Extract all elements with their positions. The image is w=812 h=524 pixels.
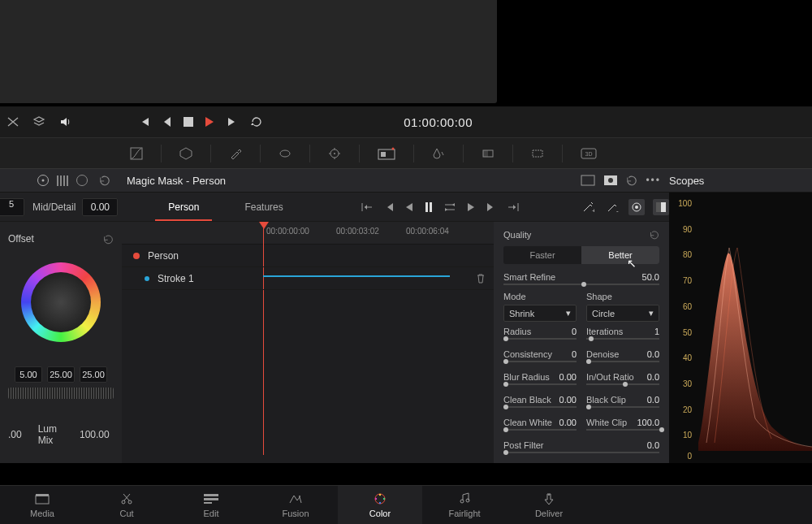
edit-icon	[204, 492, 218, 505]
white-clip-value[interactable]: 100.0	[637, 418, 659, 427]
stack-icon[interactable]	[31, 114, 47, 130]
clean-white-slider[interactable]	[503, 429, 577, 431]
tab-features[interactable]: Features	[222, 193, 305, 221]
tab-person[interactable]: Person	[145, 193, 222, 221]
timecode-display[interactable]: 01:00:00:00	[404, 115, 473, 129]
track-next-icon[interactable]	[486, 202, 496, 212]
speaker-icon[interactable]	[57, 114, 73, 130]
blur-radius-slider[interactable]	[503, 383, 577, 385]
inout-value[interactable]: 0.0	[647, 372, 659, 382]
bypass-icon[interactable]	[5, 114, 21, 130]
blur-tool-icon[interactable]	[432, 147, 445, 160]
sizing-tool-icon[interactable]	[531, 147, 544, 160]
loop-icon[interactable]	[250, 115, 263, 128]
quality-faster[interactable]: Faster	[503, 246, 581, 264]
quality-reset-icon[interactable]	[650, 230, 659, 240]
magic-mask-tool-icon[interactable]	[378, 147, 395, 160]
page-deliver[interactable]: Deliver	[507, 486, 591, 524]
white-clip-slider[interactable]	[586, 429, 659, 431]
clean-black-slider[interactable]	[503, 406, 577, 408]
mode-select[interactable]: Shrink▾	[503, 305, 577, 322]
iterations-value[interactable]: 1	[654, 327, 659, 336]
blur-radius-value[interactable]: 0.00	[559, 372, 577, 382]
wheels-mode-icon[interactable]	[37, 175, 49, 186]
offset-color-wheel[interactable]	[21, 262, 101, 342]
mask-invert-toggle[interactable]	[653, 199, 669, 215]
mid-detail-value[interactable]: 0.00	[82, 198, 118, 216]
mask-overlay-toggle[interactable]	[628, 199, 645, 215]
quality-segment[interactable]: Faster Better	[503, 246, 659, 264]
post-filter-slider[interactable]	[503, 452, 659, 453]
track-fwd-icon[interactable]	[467, 202, 475, 212]
highlight-toggle-icon[interactable]	[581, 175, 595, 186]
tracker-tool-icon[interactable]	[328, 147, 341, 160]
lum-mix-value[interactable]: 100.00	[80, 429, 114, 440]
black-clip-value[interactable]: 0.0	[647, 395, 659, 405]
smart-refine-value[interactable]: 50.0	[642, 272, 659, 282]
page-fairlight[interactable]: Fairlight	[422, 486, 507, 524]
shape-select[interactable]: Circle▾	[586, 305, 659, 322]
picker-tool-icon[interactable]	[229, 147, 242, 160]
svg-text:+: +	[592, 207, 594, 214]
g-value[interactable]: 25.00	[80, 366, 107, 383]
first-frame-icon[interactable]	[138, 115, 151, 128]
r-value[interactable]: 25.00	[47, 366, 75, 383]
page-edit[interactable]: Edit	[169, 486, 253, 524]
quality-better[interactable]: Better	[581, 246, 659, 264]
mask-object-row[interactable]: Person	[122, 245, 494, 267]
qualifier-tool-icon[interactable]	[179, 147, 192, 160]
track-both-icon[interactable]	[444, 202, 456, 212]
track-end-icon[interactable]	[508, 202, 519, 212]
hue-value[interactable]: .00	[8, 429, 32, 440]
delete-stroke-icon[interactable]	[476, 273, 486, 284]
log-mode-icon[interactable]	[76, 175, 88, 186]
y-value[interactable]: 5.00	[15, 366, 42, 383]
bars-mode-icon[interactable]	[57, 175, 68, 186]
svg-rect-29	[204, 498, 218, 500]
offset-reset-icon[interactable]	[103, 234, 114, 245]
level-input[interactable]: 5	[0, 198, 24, 216]
track-rev-icon[interactable]	[405, 202, 413, 212]
key-tool-icon[interactable]	[482, 147, 495, 160]
curves-tool-icon[interactable]	[130, 147, 143, 160]
consistency-slider[interactable]	[503, 361, 577, 362]
denoise-slider[interactable]	[586, 361, 659, 362]
track-prev-icon[interactable]	[384, 202, 394, 212]
overlay-toggle-icon[interactable]	[603, 175, 618, 186]
page-fusion[interactable]: Fusion	[253, 486, 338, 524]
post-filter-value[interactable]: 0.0	[647, 440, 659, 450]
stop-icon[interactable]	[184, 117, 193, 127]
prev-frame-icon[interactable]	[162, 116, 172, 128]
page-media[interactable]: Media	[0, 486, 84, 524]
window-tool-icon[interactable]	[279, 147, 292, 160]
stroke-range-bar[interactable]	[263, 275, 450, 277]
jog-strip[interactable]	[8, 388, 114, 399]
track-pause-icon[interactable]	[425, 202, 433, 212]
reset-icon[interactable]	[99, 175, 110, 186]
play-icon[interactable]	[205, 116, 214, 128]
radius-slider[interactable]	[503, 338, 577, 340]
next-frame-icon[interactable]	[226, 115, 239, 128]
timeline-ruler[interactable]: 00:00:00:00 00:00:03:02 00:00:06:04	[122, 222, 494, 245]
denoise-value[interactable]: 0.0	[647, 349, 659, 359]
mask-stroke-row[interactable]: Stroke 1	[122, 267, 494, 290]
stroke-sub-icon[interactable]: -	[604, 199, 620, 215]
smart-refine-slider[interactable]	[503, 284, 659, 285]
panel-options-icon[interactable]: •••	[646, 175, 661, 186]
page-color[interactable]: Color	[338, 486, 422, 524]
svg-rect-6	[381, 152, 386, 157]
clean-white-value[interactable]: 0.00	[559, 418, 577, 427]
clean-black-value[interactable]: 0.00	[559, 395, 577, 405]
page-cut[interactable]: Cut	[84, 486, 169, 524]
panel-reset-icon[interactable]	[626, 175, 637, 186]
radius-value[interactable]: 0	[572, 327, 577, 336]
black-clip-slider[interactable]	[586, 406, 659, 408]
svg-rect-9	[483, 150, 488, 157]
mid-detail-label: Mid/Detail	[32, 201, 76, 213]
3d-tool-icon[interactable]: 3D	[581, 148, 597, 159]
stroke-add-icon[interactable]: +	[580, 199, 596, 215]
iterations-slider[interactable]	[586, 338, 659, 340]
track-start-icon[interactable]	[361, 202, 373, 212]
consistency-value[interactable]: 0	[572, 349, 577, 359]
inout-slider[interactable]	[586, 383, 659, 385]
